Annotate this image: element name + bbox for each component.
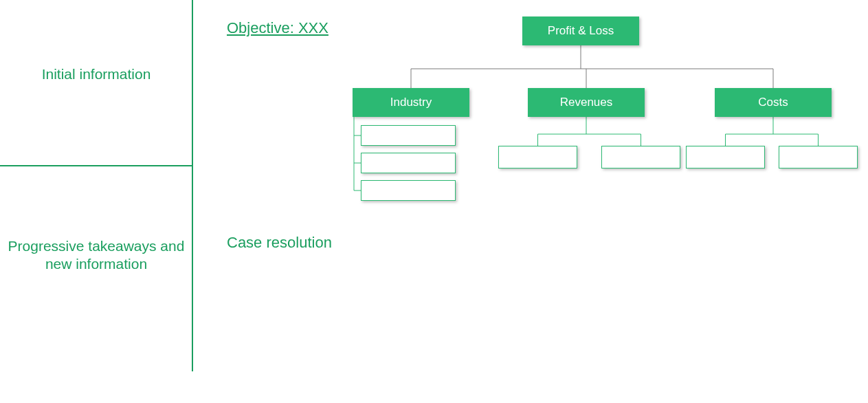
node-industry-child-3 <box>361 180 456 201</box>
sidebar-top-label: Initial information <box>7 65 186 83</box>
node-revenues: Revenues <box>528 88 645 117</box>
node-costs-child-2 <box>779 146 858 168</box>
node-costs-child-1 <box>686 146 765 168</box>
node-industry-child-1 <box>361 125 456 146</box>
node-costs: Costs <box>715 88 832 117</box>
node-industry: Industry <box>353 88 469 117</box>
vertical-divider <box>192 0 193 371</box>
diagram-stage: Initial information Progressive takeaway… <box>0 0 868 403</box>
horizontal-divider <box>0 165 192 166</box>
tree-connectors <box>0 0 868 403</box>
case-resolution-heading: Case resolution <box>227 234 332 252</box>
node-revenues-child-2 <box>601 146 680 168</box>
node-profit-and-loss: Profit & Loss <box>522 17 639 45</box>
objective-heading: Objective: XXX <box>227 19 329 37</box>
node-industry-child-2 <box>361 153 456 173</box>
node-revenues-child-1 <box>498 146 577 168</box>
sidebar-bottom-label: Progressive takeaways and new informatio… <box>7 237 186 274</box>
